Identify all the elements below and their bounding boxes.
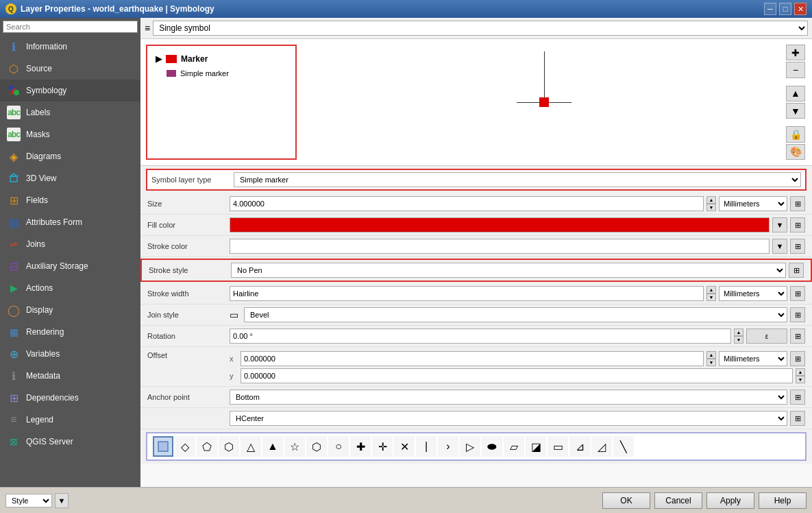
stroke-style-copy-button[interactable]: ⊞ (789, 263, 804, 278)
shape-right-arrow-button[interactable]: › (438, 436, 458, 457)
color-effect-button[interactable]: 🎨 (786, 144, 805, 160)
sidebar-item-fields[interactable]: ⊞ Fields (0, 189, 140, 211)
close-button[interactable]: ✕ (794, 3, 807, 15)
stroke-width-down[interactable]: ▼ (706, 294, 716, 301)
cancel-button[interactable]: Cancel (654, 492, 702, 509)
offset-copy-button[interactable]: ⊞ (790, 351, 805, 366)
sidebar-item-display[interactable]: ◯ Display (0, 299, 140, 321)
sidebar-item-joins[interactable]: ⇌ Joins (0, 233, 140, 255)
offset-unit-select[interactable]: Millimeters Pixels Points (719, 351, 787, 366)
sidebar-item-diagrams[interactable]: ◈ Diagrams (0, 145, 140, 167)
sidebar-item-variables[interactable]: ⊕ Variables (0, 343, 140, 365)
offset-x-down[interactable]: ▼ (706, 359, 716, 366)
sidebar-item-masks[interactable]: abc Masks (0, 123, 140, 145)
sidebar-item-rendering[interactable]: ▦ Rendering (0, 321, 140, 343)
layer-type-select[interactable]: Simple marker Ellipse marker Font marker… (234, 172, 801, 187)
offset-y-spin[interactable]: ▲ ▼ (796, 368, 805, 383)
shape-semi-circle-button[interactable]: ▱ (504, 436, 524, 457)
offset-x-input[interactable] (241, 351, 704, 366)
shape-eq-triangle-button[interactable]: ▲ (262, 436, 283, 457)
ok-button[interactable]: OK (602, 492, 650, 509)
style-select[interactable]: Style Default Custom (5, 494, 52, 508)
stroke-color-swatch[interactable] (230, 239, 770, 254)
anchor-point-1-select[interactable]: Bottom Top Center (230, 390, 787, 405)
shape-cross-button[interactable]: ✚ (350, 436, 371, 457)
shape-arrow-button[interactable]: ⬡ (306, 436, 327, 457)
offset-y-input[interactable] (241, 368, 793, 383)
minimize-button[interactable]: ─ (764, 3, 776, 15)
rotation-spin[interactable]: ▲ ▼ (734, 329, 743, 344)
sidebar-item-dependencies[interactable]: ⊞ Dependencies (0, 387, 140, 409)
offset-x-spin[interactable]: ▲ ▼ (706, 351, 716, 366)
sidebar-item-source[interactable]: ⬡ Source (0, 58, 140, 80)
lock-button[interactable]: 🔒 (786, 126, 805, 142)
anchor-point-2-select[interactable]: HCenter Left Right (230, 411, 787, 426)
sidebar-item-attributes-form[interactable]: ▤ Attributes Form (0, 211, 140, 233)
rotation-down[interactable]: ▼ (734, 336, 743, 344)
shape-right-half-triangle-button[interactable]: ╲ (613, 436, 634, 457)
move-down-button[interactable]: ▼ (786, 103, 805, 119)
shape-quarter-circle-button[interactable]: ▭ (548, 436, 568, 457)
join-style-copy-button[interactable]: ⊞ (790, 307, 805, 322)
stroke-color-copy-button[interactable]: ⊞ (790, 239, 805, 254)
shape-square-button[interactable] (153, 436, 173, 457)
size-down[interactable]: ▼ (706, 204, 716, 211)
sidebar-item-legend[interactable]: ≡ Legend (0, 409, 140, 431)
sidebar-item-3dview[interactable]: 3D View (0, 167, 140, 189)
remove-layer-button[interactable]: − (786, 62, 805, 77)
anchor-1-copy-button[interactable]: ⊞ (790, 390, 805, 405)
sidebar-item-actions[interactable]: ▶ Actions (0, 277, 140, 299)
offset-x-up[interactable]: ▲ (706, 351, 716, 359)
shape-pentagon-button[interactable]: ⬠ (197, 436, 217, 457)
size-spin[interactable]: ▲ ▼ (706, 196, 716, 211)
fill-color-swatch[interactable] (230, 217, 770, 232)
fill-color-arrow[interactable]: ▼ (772, 217, 787, 232)
shape-x-button[interactable]: ✕ (394, 436, 415, 457)
shape-diamond-button[interactable]: ◇ (175, 436, 195, 457)
rotation-expression-button[interactable]: ε (746, 329, 787, 344)
help-button[interactable]: Help (759, 492, 807, 509)
join-style-select[interactable]: Bevel Miter Round (244, 307, 787, 322)
shape-star-button[interactable]: ☆ (284, 436, 305, 457)
sidebar-item-qgis-server[interactable]: ⊠ QGIS Server (0, 431, 140, 453)
maximize-button[interactable]: □ (779, 3, 791, 15)
stroke-width-input[interactable] (230, 286, 704, 301)
shape-line-button[interactable]: | (416, 436, 436, 457)
shape-triangle-button[interactable]: △ (241, 436, 261, 457)
offset-y-up[interactable]: ▲ (796, 368, 805, 376)
style-dropdown-button[interactable]: ▼ (55, 493, 69, 508)
size-unit-select[interactable]: Millimeters Pixels Points Map units (719, 196, 787, 211)
size-copy-button[interactable]: ⊞ (790, 196, 805, 211)
symbol-type-select[interactable]: Single symbol Categorized Graduated Rule… (153, 21, 808, 36)
shape-cross2-button[interactable]: ✛ (372, 436, 393, 457)
shape-right-triangle-button[interactable]: ▷ (460, 436, 480, 457)
stroke-width-unit-select[interactable]: Millimeters Pixels Points (719, 286, 787, 301)
add-layer-button[interactable]: ✚ (786, 45, 805, 60)
shape-circle-button[interactable]: ○ (328, 436, 349, 457)
sidebar-item-symbology[interactable]: Symbology (0, 80, 140, 102)
stroke-width-spin[interactable]: ▲ ▼ (706, 286, 716, 301)
sidebar-item-metadata[interactable]: ℹ Metadata (0, 365, 140, 387)
shape-diagonal-half-square-button[interactable]: ◿ (591, 436, 612, 457)
fill-color-copy-button[interactable]: ⊞ (790, 217, 805, 232)
rotation-up[interactable]: ▲ (734, 329, 743, 336)
size-up[interactable]: ▲ (706, 196, 716, 204)
move-up-button[interactable]: ▲ (786, 86, 805, 102)
search-input[interactable] (3, 21, 138, 33)
shape-ellipse-button[interactable]: ⬬ (482, 436, 502, 457)
stroke-style-select[interactable]: No Pen Solid Line Dash Line Dot Line (231, 263, 786, 278)
anchor-2-copy-button[interactable]: ⊞ (790, 411, 805, 426)
sidebar-item-labels[interactable]: abc Labels (0, 102, 140, 123)
sidebar-item-auxiliary-storage[interactable]: ⊟ Auxiliary Storage (0, 255, 140, 277)
shape-quarter-square-button[interactable]: ⊿ (569, 436, 590, 457)
shape-hexagon-button[interactable]: ⬡ (219, 436, 239, 457)
rotation-copy-button[interactable]: ⊞ (790, 329, 805, 344)
size-input[interactable] (230, 196, 704, 211)
offset-y-down[interactable]: ▼ (796, 376, 805, 383)
rotation-input[interactable] (230, 329, 731, 344)
stroke-color-arrow[interactable]: ▼ (772, 239, 787, 254)
shape-third-circle-button[interactable]: ◪ (526, 436, 546, 457)
search-bar[interactable] (0, 18, 140, 36)
sidebar-item-information[interactable]: ℹ Information (0, 36, 140, 58)
apply-button[interactable]: Apply (706, 492, 754, 509)
